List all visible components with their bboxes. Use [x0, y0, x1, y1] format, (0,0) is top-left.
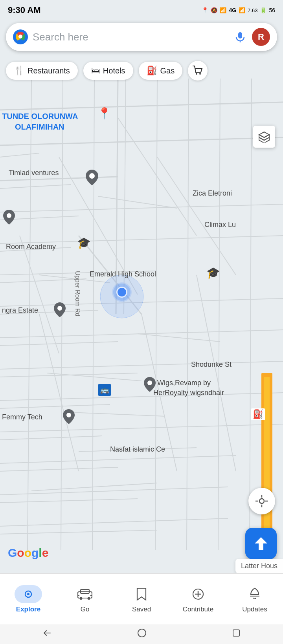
- contribute-icon-wrap: [184, 585, 212, 603]
- status-bar: 9:30 AM 📍 🔕 📶 4G 📶 7.63 🔋 56: [0, 0, 283, 20]
- svg-rect-53: [264, 377, 270, 546]
- category-hotels[interactable]: 🛏 Hotels: [83, 62, 133, 80]
- map-container[interactable]: TUNDE OLORUNWA OLAFIMIHAN 📍 Timlad ventu…: [0, 0, 283, 605]
- location-icon: 📍: [202, 7, 208, 13]
- updates-icon-wrap: [241, 585, 268, 603]
- mute-icon: 🔕: [211, 7, 217, 13]
- voice-search-icon[interactable]: [233, 30, 247, 44]
- user-avatar[interactable]: R: [252, 28, 270, 46]
- google-logo: Google: [8, 546, 48, 560]
- pin-left: [3, 210, 15, 226]
- svg-point-71: [196, 73, 197, 75]
- shopping-cart-button[interactable]: [188, 61, 208, 80]
- pin-tunde: 📍: [97, 107, 111, 120]
- updates-label: Updates: [242, 606, 267, 613]
- signal-icon: 📶: [220, 7, 226, 13]
- saved-label: Saved: [132, 606, 151, 613]
- category-gas[interactable]: ⛽ Gas: [139, 62, 183, 80]
- search-bar[interactable]: Search here R: [6, 23, 277, 51]
- gas-marker-right: ⛽: [251, 408, 265, 420]
- place-card-latter-house: Latter Hous: [235, 559, 283, 573]
- pin-emerald: 🎓: [206, 266, 220, 279]
- svg-point-57: [57, 306, 62, 311]
- restaurants-icon: 🍴: [14, 66, 24, 76]
- pin-room-academy: 🎓: [77, 236, 91, 249]
- hotels-icon: 🛏: [91, 66, 100, 76]
- svg-point-56: [7, 213, 11, 218]
- back-button[interactable]: [42, 628, 52, 640]
- bottom-nav: Explore Go Saved: [0, 573, 283, 624]
- pin-ngra: [54, 302, 66, 319]
- nav-explore[interactable]: Explore: [0, 585, 57, 613]
- svg-rect-86: [233, 630, 239, 636]
- svg-marker-60: [259, 132, 269, 137]
- data-speed: 7.63: [248, 7, 257, 13]
- svg-marker-62: [259, 137, 269, 143]
- explore-label: Explore: [16, 606, 40, 613]
- category-bar: 🍴 Restaurants 🛏 Hotels ⛽ Gas: [0, 58, 283, 83]
- nav-go[interactable]: Go: [57, 585, 113, 613]
- gas-icon: ⛽: [147, 66, 157, 76]
- pin-timlad: [86, 170, 98, 187]
- svg-point-77: [80, 597, 83, 600]
- battery-icon: 🔋: [260, 7, 266, 13]
- status-icons: 📍 🔕 📶 4G 📶 7.63 🔋 56: [202, 7, 275, 13]
- category-restaurants[interactable]: 🍴 Restaurants: [6, 62, 78, 80]
- svg-point-74: [27, 593, 29, 595]
- explore-icon-wrap: [15, 585, 42, 603]
- go-icon: [77, 589, 92, 600]
- nav-contribute[interactable]: Contribute: [170, 585, 226, 613]
- contribute-label: Contribute: [183, 606, 213, 613]
- status-time: 9:30 AM: [8, 5, 41, 15]
- saved-icon-wrap: [128, 585, 155, 603]
- nav-saved[interactable]: Saved: [113, 585, 170, 613]
- go-label: Go: [81, 606, 90, 613]
- home-button[interactable]: [137, 628, 147, 640]
- svg-rect-69: [238, 32, 242, 38]
- svg-point-68: [18, 35, 22, 38]
- network-type: 4G: [229, 7, 236, 13]
- system-nav-bar: [0, 624, 283, 644]
- svg-point-55: [89, 173, 95, 179]
- explore-icon: [22, 588, 34, 600]
- nav-updates[interactable]: Updates: [226, 585, 283, 613]
- layers-button[interactable]: [253, 126, 275, 148]
- hotels-label: Hotels: [103, 66, 125, 75]
- battery-percent: 56: [269, 7, 275, 13]
- current-location-dot: [116, 287, 127, 298]
- updates-icon: [249, 587, 260, 601]
- gps-button[interactable]: [248, 488, 275, 514]
- pin-wigs: [144, 377, 156, 393]
- svg-rect-75: [78, 592, 92, 598]
- gas-label: Gas: [160, 66, 175, 75]
- contribute-icon: [192, 588, 204, 600]
- search-input-placeholder[interactable]: Search here: [33, 31, 228, 43]
- svg-marker-61: [259, 135, 269, 140]
- svg-point-72: [199, 73, 201, 75]
- svg-point-78: [88, 597, 90, 600]
- saved-icon: [136, 587, 147, 601]
- recents-button[interactable]: [232, 629, 241, 640]
- svg-point-59: [66, 413, 71, 417]
- google-maps-logo-icon: [13, 29, 28, 44]
- restaurants-label: Restaurants: [28, 66, 70, 75]
- navigation-fab[interactable]: [245, 528, 277, 559]
- bus-stop-marker: 🚌: [98, 384, 111, 396]
- go-icon-wrap: [71, 585, 99, 603]
- svg-point-85: [138, 629, 146, 637]
- signal-icon-2: 📶: [239, 7, 245, 13]
- svg-point-63: [259, 499, 264, 503]
- svg-point-58: [147, 381, 152, 385]
- pin-femmy: [63, 409, 75, 426]
